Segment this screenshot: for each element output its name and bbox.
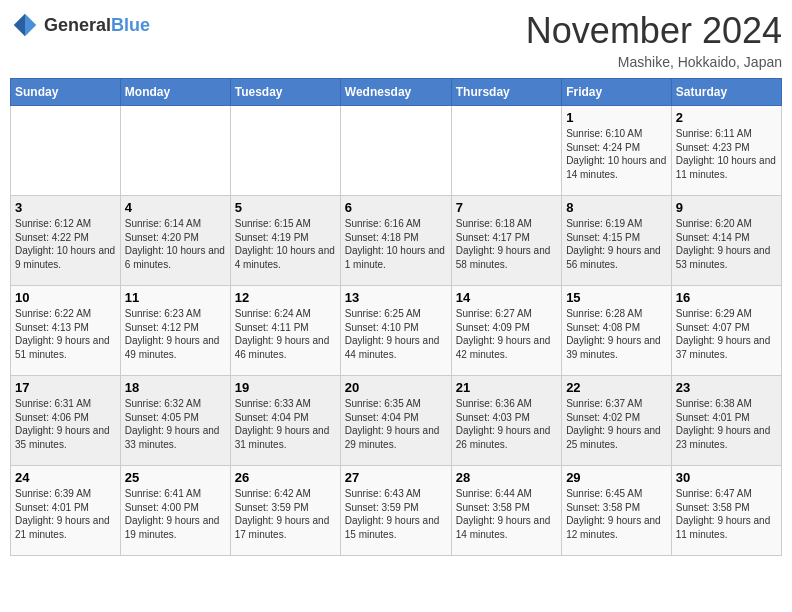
- day-number: 10: [15, 290, 116, 305]
- day-info: Sunrise: 6:45 AMSunset: 3:58 PMDaylight:…: [566, 487, 667, 541]
- day-info: Sunrise: 6:14 AMSunset: 4:20 PMDaylight:…: [125, 217, 226, 271]
- month-title: November 2024: [526, 10, 782, 52]
- day-number: 3: [15, 200, 116, 215]
- day-number: 5: [235, 200, 336, 215]
- day-info: Sunrise: 6:24 AMSunset: 4:11 PMDaylight:…: [235, 307, 336, 361]
- day-number: 23: [676, 380, 777, 395]
- calendar-cell: 3Sunrise: 6:12 AMSunset: 4:22 PMDaylight…: [11, 196, 121, 286]
- calendar-cell: 8Sunrise: 6:19 AMSunset: 4:15 PMDaylight…: [562, 196, 672, 286]
- day-number: 20: [345, 380, 447, 395]
- day-number: 12: [235, 290, 336, 305]
- day-number: 25: [125, 470, 226, 485]
- day-info: Sunrise: 6:32 AMSunset: 4:05 PMDaylight:…: [125, 397, 226, 451]
- day-info: Sunrise: 6:25 AMSunset: 4:10 PMDaylight:…: [345, 307, 447, 361]
- weekday-header-saturday: Saturday: [671, 79, 781, 106]
- weekday-header-tuesday: Tuesday: [230, 79, 340, 106]
- calendar-cell: 16Sunrise: 6:29 AMSunset: 4:07 PMDayligh…: [671, 286, 781, 376]
- day-number: 30: [676, 470, 777, 485]
- day-number: 17: [15, 380, 116, 395]
- weekday-header-friday: Friday: [562, 79, 672, 106]
- day-number: 4: [125, 200, 226, 215]
- calendar-cell: [11, 106, 121, 196]
- calendar-cell: 29Sunrise: 6:45 AMSunset: 3:58 PMDayligh…: [562, 466, 672, 556]
- calendar-cell: 7Sunrise: 6:18 AMSunset: 4:17 PMDaylight…: [451, 196, 561, 286]
- calendar-cell: 24Sunrise: 6:39 AMSunset: 4:01 PMDayligh…: [11, 466, 121, 556]
- calendar-cell: 28Sunrise: 6:44 AMSunset: 3:58 PMDayligh…: [451, 466, 561, 556]
- day-info: Sunrise: 6:12 AMSunset: 4:22 PMDaylight:…: [15, 217, 116, 271]
- day-info: Sunrise: 6:35 AMSunset: 4:04 PMDaylight:…: [345, 397, 447, 451]
- calendar-cell: 5Sunrise: 6:15 AMSunset: 4:19 PMDaylight…: [230, 196, 340, 286]
- day-number: 19: [235, 380, 336, 395]
- calendar-cell: 26Sunrise: 6:42 AMSunset: 3:59 PMDayligh…: [230, 466, 340, 556]
- calendar-week-4: 17Sunrise: 6:31 AMSunset: 4:06 PMDayligh…: [11, 376, 782, 466]
- calendar-cell: [120, 106, 230, 196]
- calendar-week-5: 24Sunrise: 6:39 AMSunset: 4:01 PMDayligh…: [11, 466, 782, 556]
- calendar-cell: 4Sunrise: 6:14 AMSunset: 4:20 PMDaylight…: [120, 196, 230, 286]
- calendar-cell: 20Sunrise: 6:35 AMSunset: 4:04 PMDayligh…: [340, 376, 451, 466]
- calendar-cell: 15Sunrise: 6:28 AMSunset: 4:08 PMDayligh…: [562, 286, 672, 376]
- day-number: 24: [15, 470, 116, 485]
- day-number: 13: [345, 290, 447, 305]
- day-number: 22: [566, 380, 667, 395]
- calendar-cell: 22Sunrise: 6:37 AMSunset: 4:02 PMDayligh…: [562, 376, 672, 466]
- svg-marker-1: [14, 14, 25, 37]
- day-number: 21: [456, 380, 557, 395]
- logo-text: GeneralBlue: [44, 15, 150, 36]
- calendar-cell: 9Sunrise: 6:20 AMSunset: 4:14 PMDaylight…: [671, 196, 781, 286]
- logo: GeneralBlue: [10, 10, 150, 40]
- day-number: 27: [345, 470, 447, 485]
- day-number: 28: [456, 470, 557, 485]
- day-info: Sunrise: 6:16 AMSunset: 4:18 PMDaylight:…: [345, 217, 447, 271]
- weekday-header-sunday: Sunday: [11, 79, 121, 106]
- day-info: Sunrise: 6:37 AMSunset: 4:02 PMDaylight:…: [566, 397, 667, 451]
- svg-marker-0: [25, 14, 36, 37]
- day-number: 2: [676, 110, 777, 125]
- day-info: Sunrise: 6:29 AMSunset: 4:07 PMDaylight:…: [676, 307, 777, 361]
- day-info: Sunrise: 6:23 AMSunset: 4:12 PMDaylight:…: [125, 307, 226, 361]
- day-number: 29: [566, 470, 667, 485]
- weekday-header-row: SundayMondayTuesdayWednesdayThursdayFrid…: [11, 79, 782, 106]
- day-info: Sunrise: 6:18 AMSunset: 4:17 PMDaylight:…: [456, 217, 557, 271]
- day-number: 7: [456, 200, 557, 215]
- calendar-cell: 14Sunrise: 6:27 AMSunset: 4:09 PMDayligh…: [451, 286, 561, 376]
- calendar-cell: 21Sunrise: 6:36 AMSunset: 4:03 PMDayligh…: [451, 376, 561, 466]
- day-number: 8: [566, 200, 667, 215]
- calendar-cell: 27Sunrise: 6:43 AMSunset: 3:59 PMDayligh…: [340, 466, 451, 556]
- day-info: Sunrise: 6:20 AMSunset: 4:14 PMDaylight:…: [676, 217, 777, 271]
- calendar-cell: 6Sunrise: 6:16 AMSunset: 4:18 PMDaylight…: [340, 196, 451, 286]
- day-number: 11: [125, 290, 226, 305]
- calendar-cell: 1Sunrise: 6:10 AMSunset: 4:24 PMDaylight…: [562, 106, 672, 196]
- day-number: 15: [566, 290, 667, 305]
- calendar-cell: [230, 106, 340, 196]
- day-info: Sunrise: 6:43 AMSunset: 3:59 PMDaylight:…: [345, 487, 447, 541]
- day-info: Sunrise: 6:36 AMSunset: 4:03 PMDaylight:…: [456, 397, 557, 451]
- calendar-cell: 10Sunrise: 6:22 AMSunset: 4:13 PMDayligh…: [11, 286, 121, 376]
- weekday-header-thursday: Thursday: [451, 79, 561, 106]
- day-info: Sunrise: 6:19 AMSunset: 4:15 PMDaylight:…: [566, 217, 667, 271]
- day-info: Sunrise: 6:31 AMSunset: 4:06 PMDaylight:…: [15, 397, 116, 451]
- logo-icon: [10, 10, 40, 40]
- day-number: 16: [676, 290, 777, 305]
- day-info: Sunrise: 6:27 AMSunset: 4:09 PMDaylight:…: [456, 307, 557, 361]
- calendar-cell: 11Sunrise: 6:23 AMSunset: 4:12 PMDayligh…: [120, 286, 230, 376]
- day-info: Sunrise: 6:33 AMSunset: 4:04 PMDaylight:…: [235, 397, 336, 451]
- calendar-cell: [451, 106, 561, 196]
- day-number: 26: [235, 470, 336, 485]
- day-number: 9: [676, 200, 777, 215]
- calendar-cell: 13Sunrise: 6:25 AMSunset: 4:10 PMDayligh…: [340, 286, 451, 376]
- day-info: Sunrise: 6:15 AMSunset: 4:19 PMDaylight:…: [235, 217, 336, 271]
- logo-general: General: [44, 15, 111, 35]
- calendar-cell: 19Sunrise: 6:33 AMSunset: 4:04 PMDayligh…: [230, 376, 340, 466]
- calendar-table: SundayMondayTuesdayWednesdayThursdayFrid…: [10, 78, 782, 556]
- day-info: Sunrise: 6:39 AMSunset: 4:01 PMDaylight:…: [15, 487, 116, 541]
- location: Mashike, Hokkaido, Japan: [526, 54, 782, 70]
- calendar-cell: 12Sunrise: 6:24 AMSunset: 4:11 PMDayligh…: [230, 286, 340, 376]
- weekday-header-monday: Monday: [120, 79, 230, 106]
- day-number: 14: [456, 290, 557, 305]
- calendar-cell: 18Sunrise: 6:32 AMSunset: 4:05 PMDayligh…: [120, 376, 230, 466]
- title-block: November 2024 Mashike, Hokkaido, Japan: [526, 10, 782, 70]
- day-info: Sunrise: 6:47 AMSunset: 3:58 PMDaylight:…: [676, 487, 777, 541]
- calendar-cell: 2Sunrise: 6:11 AMSunset: 4:23 PMDaylight…: [671, 106, 781, 196]
- day-info: Sunrise: 6:11 AMSunset: 4:23 PMDaylight:…: [676, 127, 777, 181]
- calendar-cell: [340, 106, 451, 196]
